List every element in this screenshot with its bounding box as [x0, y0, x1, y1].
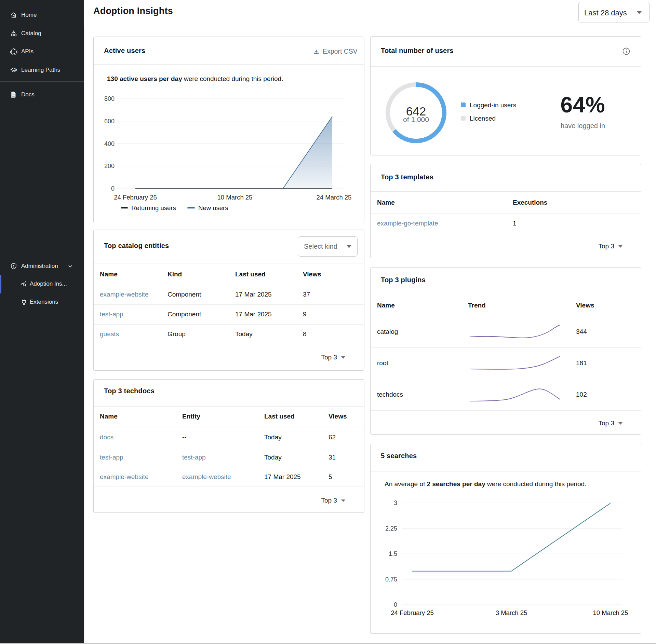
svg-text:400: 400 [104, 140, 115, 147]
svg-text:0.75: 0.75 [385, 576, 397, 583]
svg-text:0: 0 [394, 601, 397, 608]
svg-text:200: 200 [104, 163, 115, 169]
svg-text:600: 600 [104, 118, 115, 125]
svg-text:2.25: 2.25 [385, 525, 397, 532]
svg-text:3: 3 [394, 499, 397, 506]
svg-text:800: 800 [104, 95, 115, 102]
svg-text:0: 0 [111, 185, 115, 192]
svg-text:24 March 25: 24 March 25 [317, 194, 352, 201]
svg-text:24 February 25: 24 February 25 [114, 194, 157, 201]
svg-text:10 March 25: 10 March 25 [217, 194, 253, 201]
svg-text:1.5: 1.5 [389, 550, 397, 557]
